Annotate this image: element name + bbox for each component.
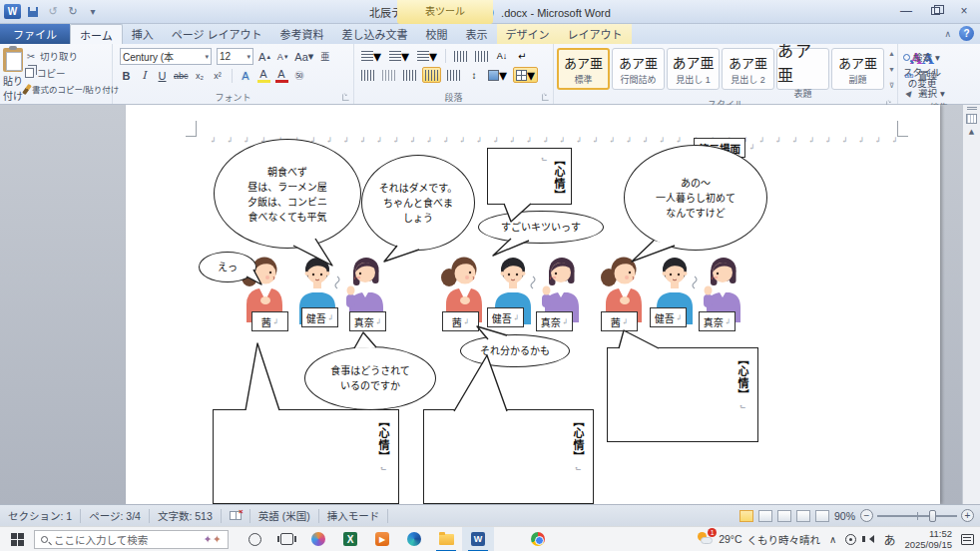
find-button[interactable]: 検索 ▾ [901,49,947,65]
status-page[interactable]: ページ: 3/4 [81,509,150,523]
font-family-select[interactable]: Century (本▾ [120,48,212,65]
sort-button[interactable]: A↓ [494,48,510,64]
copy-button[interactable]: コピー [23,65,121,81]
name-label-kengo[interactable]: 健吾↲ [487,307,524,327]
name-label-kengo[interactable]: 健吾↲ [650,307,687,327]
weather-widget[interactable]: 1 29°C くもり時々晴れ [698,532,820,547]
name-label-akane[interactable]: 茜↲ [251,311,288,331]
taskbar-search-input[interactable]: ここに入力して検索 ✦✦ [34,530,229,549]
bullets-button[interactable]: ▾ [359,48,383,64]
volume-icon[interactable] [865,535,874,543]
font-dialog-launcher[interactable] [342,94,348,100]
zoom-slider-thumb[interactable] [929,510,936,522]
speech-bubble-breakfast[interactable]: 朝食べず昼は、ラーメン屋夕飯は、コンビニ食べなくても平気 [214,139,361,249]
justify-button[interactable] [422,67,441,83]
zoom-slider[interactable] [877,515,957,517]
name-label-mana[interactable]: 真奈↲ [349,311,386,331]
speech-bubble-dame[interactable]: それはダメです。ちゃんと食べましょう [361,155,475,251]
change-case-button[interactable]: Aa▾ [294,49,313,64]
start-button[interactable] [0,527,34,551]
copilot-button[interactable] [302,527,334,551]
status-proofing[interactable] [222,509,250,523]
view-draft-button[interactable] [815,510,829,522]
distribute-button[interactable] [445,67,462,83]
excel-button[interactable]: X [334,527,366,551]
enclose-characters-button[interactable]: ㊿ [293,68,306,83]
zoom-in-button[interactable]: + [961,509,974,522]
shading-button[interactable]: ▾ [486,67,509,83]
font-color-button[interactable]: A [275,68,288,83]
speech-bubble-etsu[interactable]: えっ [199,252,256,282]
undo-button[interactable]: ↺ [45,4,61,19]
name-label-akane[interactable]: 茜↲ [601,311,638,331]
highlight-button[interactable]: A [257,68,270,83]
view-print-layout-button[interactable] [739,510,753,522]
edge-button[interactable] [398,527,430,551]
styles-gallery-expand[interactable]: ⊽ [889,82,894,90]
restore-button[interactable] [921,2,949,20]
notification-center-icon[interactable] [961,534,974,545]
clock[interactable]: 11:52 2025/09/15 [904,528,952,550]
redo-button[interactable]: ↻ [65,4,81,19]
status-section[interactable]: セクション: 1 [0,509,81,523]
ruby-button[interactable]: 亜 [318,49,331,64]
shrink-font-button[interactable]: A▼ [276,49,289,64]
replace-button[interactable]: ab置換 [901,67,947,83]
italic-button[interactable]: I [138,68,151,83]
decrease-indent-button[interactable] [452,48,469,64]
zoom-level[interactable]: 90% [834,510,855,522]
chrome-button[interactable] [522,527,554,551]
tab-review[interactable]: 校閲 [417,24,457,44]
word-taskbar-button[interactable]: W [462,527,494,551]
select-button[interactable]: ▶選択 ▾ [901,85,947,101]
name-label-mana[interactable]: 真奈↲ [699,311,735,331]
style-title[interactable]: あア亜表題 [776,48,829,90]
cut-button[interactable]: ✂切り取り [23,48,121,64]
status-char-count[interactable]: 文字数: 513 [150,509,222,523]
emotion-box-top[interactable]: 【心情】↲ [487,148,572,205]
view-web-layout-button[interactable] [777,510,791,522]
numbering-button[interactable]: ▾ [387,48,411,64]
tray-overflow-chevron[interactable]: ∧ [829,534,836,545]
align-center-button[interactable] [380,67,397,83]
tab-home[interactable]: ホーム [70,24,123,44]
word-app-icon[interactable]: W [4,4,21,19]
ruler-toggle-icon[interactable] [966,114,977,124]
speech-bubble-anone[interactable]: あの～一人暮らし初めてなんですけど [624,145,767,251]
file-explorer-button[interactable] [430,527,462,551]
increase-indent-button[interactable] [473,48,490,64]
status-language[interactable]: 英語 (米国) [250,509,319,523]
text-effects-button[interactable]: A [240,68,252,83]
style-no-spacing[interactable]: あア亜行間詰め [612,48,665,90]
tab-view[interactable]: 表示 [457,24,497,44]
status-insert-mode[interactable]: 挿入モード [319,509,389,523]
cortana-button[interactable] [239,527,270,551]
paragraph-dialog-launcher[interactable] [542,94,548,100]
speech-bubble-wakaru[interactable]: それ分かるかも [460,334,570,367]
name-label-akane[interactable]: 茜↲ [442,311,479,331]
zoom-out-button[interactable]: − [860,509,873,522]
subscript-button[interactable]: x₂ [194,68,207,83]
font-size-select[interactable]: 12▾ [217,48,253,65]
speech-bubble-shokuji[interactable]: 食事はどうされているのですか [304,346,436,410]
superscript-button[interactable]: x² [212,68,225,83]
grow-font-button[interactable]: A▲ [258,49,271,64]
close-button[interactable]: × [950,2,978,20]
media-player-button[interactable]: ▶ [366,527,398,551]
name-label-kengo[interactable]: 健吾↲ [301,307,338,327]
style-subtitle[interactable]: あア亜副題 [831,48,884,90]
borders-button[interactable]: ▾ [513,67,538,83]
tab-references[interactable]: 参考資料 [271,24,333,44]
underline-button[interactable]: U [156,68,169,83]
format-painter-button[interactable]: 書式のコピー/貼り付け [23,82,121,96]
bold-button[interactable]: B [120,68,133,83]
scroll-up-arrow[interactable]: ▲ [969,128,974,136]
emotion-box-left[interactable]: 【心情】↲ [213,409,399,504]
strikethrough-button[interactable]: abc [174,68,189,83]
align-right-button[interactable] [401,67,418,83]
styles-scroll-down[interactable]: ▼ [888,66,895,73]
view-fullscreen-button[interactable] [758,510,772,522]
save-button[interactable] [25,4,41,19]
speech-bubble-kitsui[interactable]: すごいキツいっす [478,211,604,244]
minimize-button[interactable]: — [892,2,920,20]
